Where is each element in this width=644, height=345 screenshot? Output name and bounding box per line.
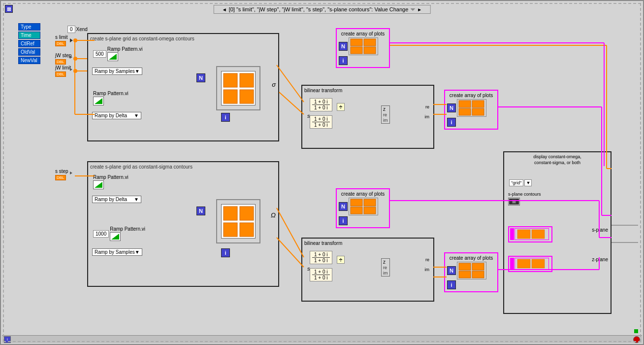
- svg-rect-27: [532, 259, 545, 268]
- ramp-by-delta-dropdown-sigma[interactable]: Ramp by Delta ▼: [92, 196, 141, 203]
- status-icon-right: [633, 336, 640, 343]
- ramp1-group-sigma: Ramp Pattern.vi: [93, 174, 129, 189]
- corner-icon: ⊠: [5, 5, 13, 13]
- ramp1-value-omega: 500: [93, 50, 106, 58]
- n-plots-1: N: [339, 42, 348, 51]
- array-output-omega: [216, 66, 260, 110]
- array-svg-sigma: [223, 206, 255, 238]
- n-block-sigma: N: [196, 207, 205, 215]
- status-bar: i: [2, 335, 642, 343]
- sigma-section: create s-plane grid as constant-sigma co…: [87, 161, 279, 287]
- zplane-out-label: z-plane: [592, 257, 608, 262]
- zplane-output-box: [515, 258, 549, 270]
- jw-limit-group: jW limit DBL: [55, 65, 71, 77]
- svg-rect-15: [472, 108, 484, 115]
- svg-rect-19: [364, 207, 376, 214]
- svg-rect-9: [364, 39, 376, 46]
- grid-dropdown-group: "grid" ▼: [509, 179, 532, 186]
- re-label-lower: re: [425, 257, 429, 262]
- fraction-lower-1-bot: 1 + 0 i: [312, 258, 330, 263]
- splane-mini-plot: [517, 229, 547, 239]
- grid-dropdown[interactable]: ▼: [524, 179, 532, 186]
- ramp-by-samples-dropdown-sigma[interactable]: Ramp by Samples ▼: [92, 248, 142, 256]
- title-dropdown-icon[interactable]: [410, 7, 415, 12]
- title-text: [0] "s limit", "jW step", "jW limit", "s…: [229, 6, 409, 12]
- s-step-group: s step DBL: [55, 169, 68, 180]
- display-box: display constant-omega,constant-sigma, o…: [503, 151, 612, 314]
- n-plots-2: N: [447, 104, 456, 112]
- ramp1-label-sigma: Ramp Pattern.vi: [93, 174, 129, 180]
- fraction-lower-2-bot: 1 + 0 i: [312, 275, 330, 280]
- i-block-sigma: i: [221, 248, 230, 257]
- create-plots-label-3: create array of plots: [339, 191, 387, 197]
- svg-rect-1: [240, 73, 254, 87]
- xend-label: Xend: [76, 27, 88, 32]
- fraction-upper-1-top: 1 + 0 i: [312, 99, 330, 105]
- title-arrow-right: ►: [417, 7, 422, 12]
- ramp1-group-omega: 500 Ramp Pattern.vi: [93, 46, 142, 61]
- title-arrow-left: ◄: [222, 7, 227, 12]
- array-output-sigma: [216, 199, 260, 243]
- bilinear-upper-label: bilinear transform: [304, 88, 431, 93]
- create-plots-label-4: create array of plots: [447, 255, 495, 261]
- zplane-mini-plot: [517, 259, 547, 269]
- plots-svg-3: [350, 199, 377, 214]
- svg-rect-17: [364, 199, 376, 206]
- svg-rect-20: [459, 263, 471, 270]
- s-limit-group: s limit DBL: [55, 34, 68, 46]
- n-plots-3: N: [339, 202, 348, 211]
- zplane-output-inner: [510, 258, 550, 270]
- ramp-by-delta-label-omega: Ramp by Delta: [95, 113, 127, 118]
- svg-rect-3: [240, 90, 254, 104]
- svg-rect-7: [240, 223, 254, 237]
- svg-line-35: [279, 92, 304, 114]
- svg-rect-18: [351, 207, 362, 214]
- bilinear-lower: bilinear transform 1 + 0 i 1 + 0 i s ÷ 1…: [301, 238, 434, 302]
- sigma-label: σ: [272, 81, 276, 88]
- ramp1-vi-sigma: Ramp Pattern.vi: [93, 174, 129, 189]
- svg-rect-4: [224, 207, 237, 220]
- create-plots-label-1: create array of plots: [339, 31, 387, 36]
- zplane-output-cluster: [508, 256, 552, 272]
- plots-array-3: [349, 198, 378, 215]
- type-ctrl: Type: [18, 23, 40, 31]
- ramp-by-samples-dropdown[interactable]: Ramp by Samples ▼: [92, 68, 142, 75]
- fraction-upper-1-bot: 1 + 0 i: [312, 105, 330, 110]
- ramp2-icon-sigma: [110, 232, 121, 241]
- ramp-by-samples-arrow: ▼: [135, 69, 140, 74]
- ramp2-vi-sigma: Ramp Pattern.vi: [110, 226, 145, 241]
- svg-rect-22: [459, 271, 471, 278]
- ramp-by-delta-arrow-sigma: ▼: [134, 197, 139, 202]
- ramp2-value-sigma: 1000: [93, 230, 109, 238]
- array-output-inner-sigma: [221, 204, 256, 239]
- fraction-upper-1: 1 + 0 i 1 + 0 i: [310, 98, 332, 111]
- s-step-arrow: [70, 172, 72, 174]
- wire-dot-2: [73, 57, 77, 61]
- ramp-by-samples-arrow-sigma: ▼: [135, 249, 140, 255]
- ramp2-icon-omega: [93, 97, 104, 105]
- ramp2-group-sigma: 1000 Ramp Pattern.vi: [93, 226, 145, 241]
- svg-rect-13: [472, 101, 484, 107]
- plots-array-4: [457, 262, 486, 279]
- ramp-by-samples-label: Ramp by Samples: [95, 69, 135, 74]
- jw-limit-arrow: [70, 68, 72, 71]
- ramp1-icon-sigma: [93, 180, 104, 189]
- bilinear-upper: bilinear transform 1 + 0 i 1 + 0 i s ÷ 1…: [301, 85, 434, 149]
- ramp-by-delta-dropdown-omega[interactable]: Ramp by Delta ▼: [92, 112, 141, 119]
- ctlref-ctrl: CtlRef: [18, 40, 40, 47]
- splane-contours-ctrl[interactable]: [508, 198, 520, 206]
- splane-contours-toggle[interactable]: [509, 199, 519, 205]
- plots-svg-2: [458, 100, 485, 116]
- create-plots-1: create array of plots N i: [336, 28, 390, 68]
- title-bar: ◄ [0] "s limit", "jW step", "jW limit", …: [214, 5, 431, 14]
- splane-toggle-inner: [512, 200, 516, 204]
- splane-output-strip1: [510, 228, 514, 240]
- fraction-lower-2-top: 1 + 0 i: [312, 269, 330, 275]
- svg-rect-14: [459, 108, 471, 115]
- plots-array-1: [349, 37, 378, 55]
- svg-rect-11: [364, 47, 376, 54]
- s-step-label: s step: [55, 169, 68, 174]
- svg-rect-10: [351, 47, 362, 54]
- display-box-label: display constant-omega,constant-sigma, o…: [506, 154, 609, 166]
- ramp1-label-omega: Ramp Pattern.vi: [107, 46, 143, 52]
